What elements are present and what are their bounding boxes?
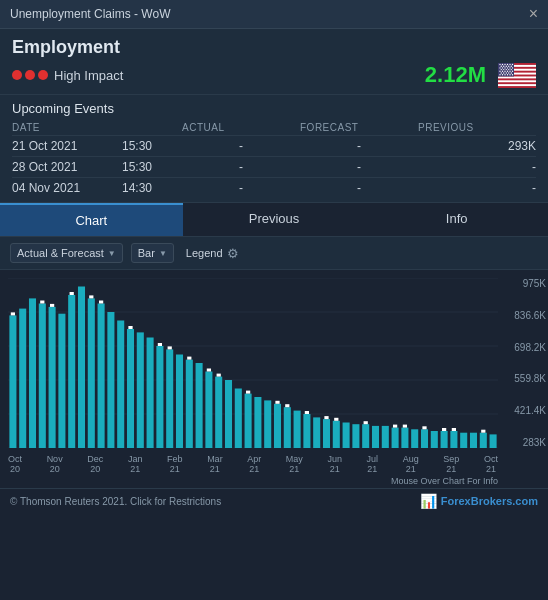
chart-bar[interactable] [176, 355, 183, 449]
col-time [122, 122, 182, 133]
chart-bar[interactable] [88, 298, 95, 448]
chart-bar[interactable] [372, 426, 379, 448]
y-axis-label: 421.4K [514, 405, 546, 416]
tab-previous[interactable]: Previous [183, 203, 366, 236]
brand-area: 📊 ForexBrokers.com [420, 493, 538, 509]
chart-style-dropdown[interactable]: Bar ▼ [131, 243, 174, 263]
chart-bar[interactable] [245, 394, 252, 448]
tab-info[interactable]: Info [365, 203, 548, 236]
chart-bar[interactable] [323, 419, 330, 448]
svg-point-31 [502, 70, 503, 71]
tabs-section: Chart Previous Info [0, 203, 548, 237]
chart-bar[interactable] [480, 433, 487, 448]
svg-point-14 [501, 65, 502, 66]
chart-bar[interactable] [156, 346, 163, 448]
main-value: 2.12M [425, 62, 486, 88]
chart-bar[interactable] [294, 411, 301, 448]
chart-bar[interactable] [137, 332, 144, 448]
chart-bar[interactable] [352, 424, 359, 448]
chart-bar[interactable] [470, 433, 477, 448]
forecast-marker [275, 401, 279, 404]
chart-bar[interactable] [39, 304, 46, 449]
chart-bar[interactable] [186, 360, 193, 448]
country-flag [498, 63, 536, 88]
chart-bar[interactable] [274, 404, 281, 448]
forecast-marker [207, 369, 211, 372]
close-button[interactable]: × [529, 6, 538, 22]
footer: © Thomson Reuters 2021. Click for Restri… [0, 488, 548, 513]
dot-2 [25, 70, 35, 80]
chart-bar[interactable] [421, 429, 428, 448]
chart-bar[interactable] [333, 421, 340, 448]
chart-bar[interactable] [29, 298, 36, 448]
chart-bar[interactable] [205, 372, 212, 449]
chart-bar[interactable] [107, 312, 114, 448]
svg-point-8 [499, 63, 500, 64]
table-row: 28 Oct 2021 15:30 - - - [12, 156, 536, 177]
chart-bar[interactable] [254, 397, 261, 448]
chart-bar[interactable] [117, 321, 124, 449]
forecast-marker [50, 304, 54, 307]
chart-type-dropdown[interactable]: Actual & Forecast ▼ [10, 243, 123, 263]
chart-bar[interactable] [431, 431, 438, 448]
cell-date: 21 Oct 2021 [12, 139, 122, 153]
svg-rect-4 [498, 76, 536, 78]
chart-bar[interactable] [490, 434, 497, 448]
chart-bar[interactable] [215, 377, 222, 448]
chart-bar[interactable] [225, 380, 232, 448]
forecast-marker [99, 301, 103, 304]
copyright-text[interactable]: © Thomson Reuters 2021. Click for Restri… [10, 496, 221, 507]
forecast-marker [11, 312, 15, 315]
chart-bar[interactable] [303, 414, 310, 448]
chart-bar[interactable] [313, 417, 320, 448]
chart-bar[interactable] [450, 431, 457, 448]
cell-time: 14:30 [122, 181, 182, 195]
chart-bar[interactable] [411, 429, 418, 448]
chart-bar[interactable] [19, 309, 26, 448]
cell-forecast: - [300, 181, 418, 195]
chart-bar[interactable] [127, 329, 134, 448]
chart-bar[interactable] [147, 338, 154, 449]
svg-point-22 [507, 67, 508, 68]
tab-chart[interactable]: Chart [0, 203, 183, 236]
legend-label: Legend [186, 247, 223, 259]
forecast-marker [403, 425, 407, 428]
x-axis-label: Oct21 [484, 454, 498, 474]
chart-bar[interactable] [68, 295, 75, 448]
upcoming-title: Upcoming Events [12, 101, 536, 116]
svg-point-23 [509, 67, 510, 68]
chart-bar[interactable] [343, 423, 350, 449]
dropdown1-arrow: ▼ [108, 249, 116, 258]
chart-bar[interactable] [401, 428, 408, 448]
chart-bar[interactable] [362, 424, 369, 448]
chart-bar[interactable] [235, 389, 242, 449]
cell-actual: - [182, 139, 300, 153]
chart-bar[interactable] [441, 431, 448, 448]
chart-bar[interactable] [166, 349, 173, 448]
chart-bar[interactable] [382, 426, 389, 448]
chart-bar[interactable] [392, 428, 399, 448]
chart-bar[interactable] [284, 407, 291, 448]
forecast-marker [89, 295, 93, 298]
y-axis-label: 559.8K [514, 373, 546, 384]
chart-style-label: Bar [138, 247, 155, 259]
chart-bar[interactable] [49, 307, 56, 448]
chart-bar[interactable] [58, 314, 65, 448]
svg-point-15 [503, 65, 504, 66]
x-axis-label: Apr21 [247, 454, 261, 474]
forecast-marker [246, 391, 250, 394]
legend-control[interactable]: Legend ⚙ [186, 246, 239, 261]
y-axis-label: 836.6K [514, 310, 546, 321]
chart-bar[interactable] [264, 400, 271, 448]
window: Unemployment Claims - WoW × Employment H… [0, 0, 548, 513]
chart-bar[interactable] [460, 433, 467, 448]
chart-bar[interactable] [196, 363, 203, 448]
chart-bar[interactable] [9, 315, 16, 448]
x-axis-label: Jan21 [128, 454, 143, 474]
chart-bar[interactable] [98, 304, 105, 449]
svg-point-40 [511, 72, 512, 73]
brand-name[interactable]: ForexBrokers.com [441, 495, 538, 507]
cell-actual: - [182, 160, 300, 174]
window-title: Unemployment Claims - WoW [10, 7, 170, 21]
chart-bar[interactable] [78, 287, 85, 449]
